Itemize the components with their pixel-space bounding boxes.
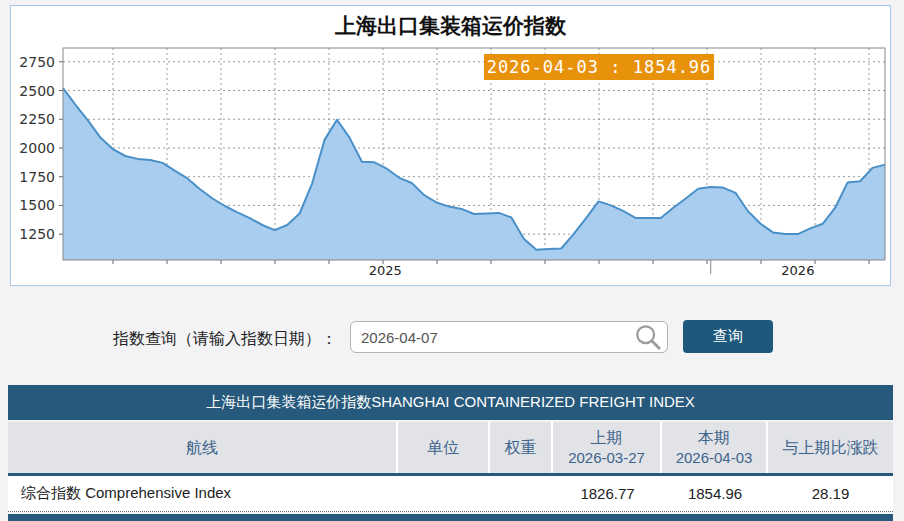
index-query-label: 指数查询（请输入指数日期）： [113,329,337,350]
col-header-current: 本期2026-04-03 [662,422,768,473]
col-header-route: 航线 [8,422,398,473]
col-header-previous: 上期2026-03-27 [553,422,662,473]
scfi-page: 2750250022502000175015001250202520262026… [0,0,904,521]
cell-change: 28.19 [768,485,893,502]
col-header-unit: 单位 [398,422,490,473]
svg-text:1500: 1500 [19,197,55,213]
search-icon[interactable] [634,323,662,351]
table-title: 上海出口集装箱运价指数SHANGHAI CONTAINERIZED FREIGH… [8,385,893,420]
date-search-input[interactable] [350,321,668,353]
date-search-box [350,321,668,353]
svg-text:2025: 2025 [369,263,402,278]
cell-previous: 1826.77 [553,485,662,502]
svg-text:2026: 2026 [781,263,814,278]
svg-text:2750: 2750 [19,54,55,70]
cell-current: 1854.96 [662,485,768,502]
svg-text:2026-04-03 : 1854.96: 2026-04-03 : 1854.96 [487,57,712,77]
col-header-weight: 权重 [490,422,553,473]
table-row: 综合指数 Comprehensive Index 1826.77 1854.96… [8,476,893,512]
scfi-table: 上海出口集装箱运价指数SHANGHAI CONTAINERIZED FREIGH… [8,385,893,521]
svg-text:2500: 2500 [19,83,55,99]
svg-text:2000: 2000 [19,140,55,156]
chart-panel: 2750250022502000175015001250202520262026… [10,5,891,286]
next-section-bar [8,514,893,521]
chart-tooltip: 2026-04-03 : 1854.96 [484,54,714,80]
scfi-area-chart[interactable]: 2750250022502000175015001250202520262026… [11,6,890,285]
svg-text:1750: 1750 [19,169,55,185]
table-header-row: 航线 单位 权重 上期2026-03-27 本期2026-04-03 与上期比涨… [8,422,893,476]
svg-text:1250: 1250 [19,226,55,242]
chart-title: 上海出口集装箱运价指数 [11,12,890,40]
svg-text:2250: 2250 [19,111,55,127]
cell-route: 综合指数 Comprehensive Index [8,484,398,503]
col-header-change: 与上期比涨跌 [768,422,893,473]
query-button[interactable]: 查询 [683,320,773,353]
